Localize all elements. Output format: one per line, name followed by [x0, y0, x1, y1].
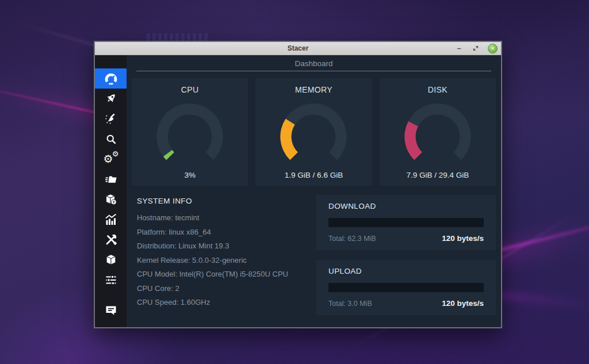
system-info-cpu-model: CPU Model: Intel(R) Core(TM) i5-8250U CP…	[137, 267, 316, 282]
system-info-platform: Platform: linux x86_64	[137, 225, 316, 240]
upload-total: Total: 3.0 MiB	[328, 300, 372, 308]
memory-gauge-value: 1.9 GiB / 6.6 GiB	[285, 171, 343, 179]
disk-gauge-value: 7.9 GiB / 29.4 GiB	[406, 171, 469, 179]
upload-speed: 120 bytes/s	[442, 299, 484, 308]
chart-icon	[104, 213, 118, 227]
sidebar-item-processes[interactable]	[95, 169, 127, 189]
network-column: DOWNLOAD Total: 62.3 MiB 120 bytes/s UPL…	[316, 195, 496, 325]
close-button[interactable]: ✕	[488, 44, 498, 53]
restore-icon	[473, 45, 479, 51]
package-lock-icon	[104, 193, 118, 206]
stacer-window: Stacer – ✕	[94, 41, 502, 328]
restore-button[interactable]	[471, 44, 480, 53]
memory-gauge	[266, 95, 361, 171]
rocket-icon	[104, 92, 118, 106]
search-icon	[105, 133, 117, 145]
sidebar-item-helpers[interactable]	[95, 229, 127, 250]
bottom-row: SYSTEM INFO Hostname: tecmint Platform: …	[132, 195, 496, 325]
download-title: DOWNLOAD	[328, 202, 484, 210]
download-total: Total: 62.3 MiB	[328, 235, 376, 243]
sidebar: ⚙ ⚙	[95, 55, 127, 327]
download-progress-bar	[328, 218, 484, 227]
broom-icon	[104, 112, 118, 126]
gauge-icon	[104, 72, 118, 86]
sidebar-item-system-cleaner[interactable]	[95, 109, 127, 129]
sliders-icon	[104, 273, 118, 287]
upload-progress-bar	[328, 283, 484, 292]
window-title: Stacer	[288, 44, 309, 52]
memory-gauge-title: MEMORY	[295, 85, 332, 94]
cpu-gauge-title: CPU	[181, 85, 199, 94]
minimize-button[interactable]: –	[454, 44, 464, 53]
sidebar-item-dashboard[interactable]	[95, 68, 127, 89]
window-controls: – ✕	[454, 42, 498, 55]
sidebar-item-startup-apps[interactable]	[95, 89, 127, 109]
sidebar-item-settings[interactable]	[95, 270, 127, 290]
system-info-distribution: Distribution: Linux Mint 19.3	[137, 239, 316, 254]
close-icon: ✕	[491, 46, 495, 51]
download-speed: 120 bytes/s	[442, 234, 484, 243]
system-info-hostname: Hostname: tecmint	[137, 211, 316, 225]
background-window-artifact	[147, 33, 210, 41]
system-info-title: SYSTEM INFO	[137, 197, 316, 205]
gauge-cards-row: CPU 3% MEMORY 1.9 GiB / 6.6 GiB DISK 7.9…	[132, 78, 496, 186]
disk-gauge-card: DISK 7.9 GiB / 29.4 GiB	[380, 78, 496, 186]
sidebar-item-resources[interactable]	[95, 209, 127, 229]
header-separator	[136, 71, 491, 71]
feedback-icon	[104, 304, 118, 317]
cpu-gauge-card: CPU 3%	[132, 78, 248, 186]
sidebar-item-feedback[interactable]	[95, 300, 127, 320]
download-card: DOWNLOAD Total: 62.3 MiB 120 bytes/s	[316, 195, 496, 250]
page-title: Dashboard	[127, 55, 501, 71]
system-info-kernel: Kernel Release: 5.0.0-32-generic	[137, 254, 316, 268]
tools-icon	[104, 233, 118, 247]
system-info-cpu-core: CPU Core: 2	[137, 282, 316, 296]
system-info-panel: SYSTEM INFO Hostname: tecmint Platform: …	[132, 195, 316, 310]
memory-gauge-card: MEMORY 1.9 GiB / 6.6 GiB	[255, 78, 372, 186]
box-icon	[104, 253, 118, 267]
upload-title: UPLOAD	[328, 267, 484, 275]
gears-icon: ⚙ ⚙	[104, 152, 118, 166]
disk-gauge	[390, 95, 485, 171]
processes-icon	[104, 173, 118, 186]
disk-gauge-title: DISK	[428, 85, 448, 94]
sidebar-item-apt-repositories[interactable]	[95, 250, 127, 270]
window-titlebar[interactable]: Stacer – ✕	[95, 42, 501, 55]
minimize-icon: –	[457, 45, 461, 51]
upload-card: UPLOAD Total: 3.0 MiB 120 bytes/s	[316, 260, 496, 315]
sidebar-item-search[interactable]	[95, 129, 127, 149]
cpu-gauge	[142, 95, 238, 171]
cpu-gauge-value: 3%	[184, 171, 196, 179]
sidebar-item-services[interactable]: ⚙ ⚙	[95, 149, 127, 169]
sidebar-item-uninstaller[interactable]	[95, 189, 127, 209]
system-info-cpu-speed: CPU Speed: 1.60GHz	[137, 296, 316, 310]
dashboard-page: Dashboard CPU 3% MEMORY 1.9 GiB / 6.6 Gi…	[127, 55, 501, 327]
